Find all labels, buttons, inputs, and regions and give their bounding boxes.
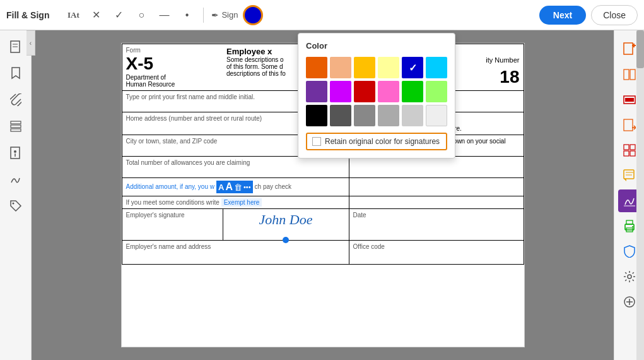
allowances-right (349, 157, 524, 178)
color-purple[interactable] (306, 81, 327, 102)
form-number: X-5 (126, 54, 220, 74)
next-button[interactable]: Next (539, 6, 586, 25)
plus-tools-icon[interactable] (618, 291, 641, 313)
text-size-small-btn[interactable]: A (218, 183, 224, 192)
right-sidebar (614, 30, 644, 360)
date-cell: Date (349, 209, 524, 241)
color-gold[interactable] (354, 57, 375, 78)
sidebar-icon-bookmark[interactable] (4, 62, 27, 85)
color-gray[interactable] (354, 105, 375, 126)
color-picker-title: Color (306, 41, 447, 51)
app-title: Fill & Sign (6, 10, 49, 20)
sidebar-icon-page[interactable] (4, 35, 27, 58)
svg-rect-4 (11, 125, 21, 128)
svg-rect-20 (630, 145, 635, 150)
svg-point-9 (12, 203, 14, 205)
line-tool[interactable]: — (155, 6, 173, 24)
retain-color-label: Retain original color for signatures (325, 137, 440, 146)
color-medgray[interactable] (378, 105, 399, 126)
sidebar-icon-layers[interactable] (4, 115, 27, 138)
svg-rect-17 (624, 119, 633, 131)
color-swatches (306, 57, 447, 126)
svg-rect-5 (11, 129, 21, 131)
additional-row: Additional amount, if any, you w A A 🗑 •… (122, 178, 524, 196)
text-cursor-tool[interactable]: IAt (64, 6, 82, 24)
dot-tool[interactable]: • (178, 6, 196, 24)
additional-field: Additional amount, if any, you w A A 🗑 •… (122, 178, 349, 196)
color-black[interactable] (306, 105, 327, 126)
more-options-btn[interactable]: ••• (243, 183, 251, 191)
color-blue[interactable] (402, 57, 423, 78)
dept-line2: Human Resource (126, 81, 220, 88)
checkmark-tool[interactable]: ✓ (110, 6, 127, 24)
sidebar-icon-tag[interactable] (4, 195, 27, 217)
retain-color-checkbox[interactable] (312, 137, 321, 146)
cross-tool[interactable]: ✕ (87, 6, 105, 24)
sign-icon: ✒ (211, 10, 219, 20)
sidebar-icon-signature-panel[interactable] (4, 168, 27, 191)
close-button[interactable]: Close (591, 5, 638, 25)
svg-point-30 (632, 226, 633, 227)
employer-row: Employer's name and address Office code (122, 241, 524, 265)
svg-rect-19 (624, 145, 629, 150)
color-red[interactable] (354, 81, 375, 102)
form-name-cell: Form X-5 Department of Human Resource (122, 44, 223, 91)
delete-field-btn[interactable]: 🗑 (234, 183, 242, 192)
sign-label: Sign (221, 10, 238, 20)
color-lime[interactable] (426, 81, 447, 102)
left-sidebar (0, 30, 32, 360)
color-lightgray[interactable] (402, 105, 423, 126)
office-cell: Office code (349, 241, 524, 265)
color-picker-button[interactable] (243, 5, 263, 25)
svg-point-31 (628, 275, 631, 279)
dept-line1: Department of (126, 74, 220, 81)
exempt-right (349, 196, 524, 209)
sidebar-icon-docinfo[interactable] (4, 141, 27, 164)
svg-rect-3 (11, 121, 21, 124)
sidebar-collapse-button[interactable]: ‹ (26, 30, 35, 56)
sig-resize-handle[interactable] (283, 237, 289, 243)
sig-label-cell: Employer's signature (122, 209, 223, 241)
color-violet[interactable] (330, 81, 351, 102)
svg-rect-22 (630, 151, 635, 156)
svg-rect-21 (624, 151, 629, 156)
employer-field: Employer's name and address (122, 241, 349, 265)
toolbar: Fill & Sign IAt ✕ ✓ ○ — • ✒ Sign Next Cl… (0, 0, 644, 30)
sig-value-cell[interactable]: John Doe (223, 209, 349, 241)
exempt-row: If you meet some conditions write Exempt… (122, 196, 524, 209)
signature-display: John Doe (227, 212, 345, 228)
color-green[interactable] (402, 81, 423, 102)
svg-rect-13 (624, 69, 629, 80)
color-orange[interactable] (306, 57, 327, 78)
svg-rect-10 (624, 43, 633, 54)
scrollbar-thumb[interactable] (636, 30, 644, 68)
additional-right (349, 178, 524, 196)
color-white[interactable] (426, 105, 447, 126)
divider (203, 8, 204, 23)
color-pink[interactable] (378, 81, 399, 102)
color-cyan[interactable] (426, 57, 447, 78)
exempt-field: If you meet some conditions write Exempt… (122, 196, 349, 209)
exempt-value[interactable]: Exempt here (221, 198, 262, 207)
circle-tool[interactable]: ○ (132, 6, 150, 24)
sidebar-icon-attachment[interactable] (4, 88, 27, 111)
signature-row: Employer's signature John Doe Date (122, 209, 524, 241)
svg-rect-23 (624, 170, 634, 179)
color-peach[interactable] (330, 57, 351, 78)
color-darkgray[interactable] (330, 105, 351, 126)
allowances-row: Total number of allowances you are claim… (122, 157, 524, 178)
text-size-large-btn[interactable]: A (225, 181, 233, 193)
color-yellow[interactable] (378, 57, 399, 78)
svg-rect-16 (625, 98, 634, 102)
color-picker-popup: Color Retain original color for signatur… (298, 33, 455, 159)
retain-color-row: Retain original color for signatures (306, 133, 447, 150)
sign-tool[interactable]: ✒ Sign (211, 10, 238, 20)
svg-rect-29 (626, 220, 633, 224)
svg-rect-14 (630, 69, 635, 80)
allowances-field: Total number of allowances you are claim… (122, 157, 349, 178)
form-label: Form (126, 47, 220, 54)
svg-point-7 (14, 150, 16, 153)
